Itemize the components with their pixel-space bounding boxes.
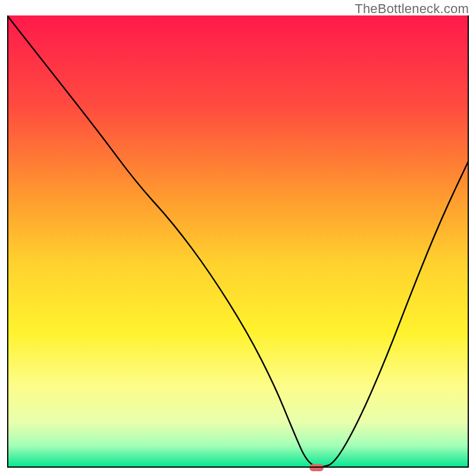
chart-frame: TheBottleneck.com [0, 0, 476, 476]
plot-area [7, 15, 469, 468]
watermark-text: TheBottleneck.com [355, 1, 469, 17]
axes [7, 15, 469, 468]
